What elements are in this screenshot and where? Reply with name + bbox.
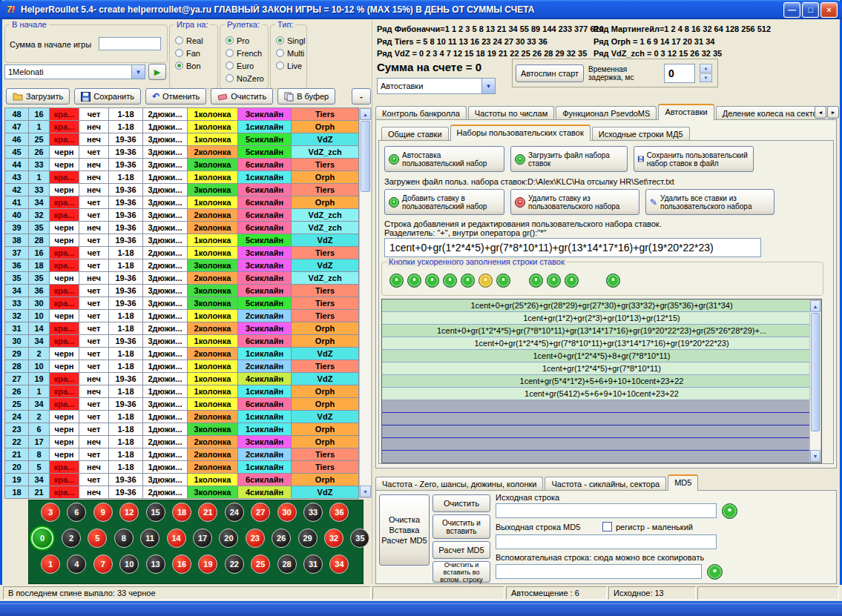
board-number-30[interactable]: 30 [277,503,297,522]
board-number-14[interactable]: 14 [167,529,186,548]
table-row[interactable]: 205кра...неч1-181дюжи...2колонка1сиклайн… [5,461,359,474]
md5-calc-button[interactable]: Расчет MD5 [432,541,490,559]
radio-option-euro[interactable]: Euro [222,59,266,72]
scroll-down-icon[interactable]: ▼ [810,450,820,462]
scroll-up-icon[interactable]: ▲ [360,108,371,120]
table-row[interactable]: 261кра...неч1-181дюжи...1колонка1сиклайн… [5,385,359,398]
scroll-up-icon[interactable]: ▲ [810,300,820,312]
window-minimize-button[interactable]: — [783,2,800,18]
board-number-1[interactable]: 1 [41,554,60,574]
table-row[interactable]: 4032кра...чет19-363дюжи...2колонка6сикла… [5,209,359,222]
table-row[interactable]: 4433черннеч19-363дюжи...3колонка6сиклайн… [5,159,359,171]
bottomtab-частота-zero-шансы-дюжины-колонки[interactable]: Частота - Zero, шансы, дюжины, колонки [375,477,543,491]
board-number-26[interactable]: 26 [272,529,291,548]
board-number-6[interactable]: 6 [67,503,86,522]
tabs-scroll-right-icon[interactable]: ► [827,106,839,119]
table-row[interactable]: 1934кра...чет19-363дюжи...1колонка6сикла… [5,474,359,486]
md5-source-input[interactable] [496,503,717,518]
bets-удалить-ставку-из-пользовательского-набора-button[interactable]: Удалить ставку из пользовательского набо… [510,189,639,215]
bet-string-row[interactable]: 1cent+0+gr(1*2*4*5)+8+gr(7*8*10*11) [382,350,821,362]
bets-добавить-ставку-в-пользовательский-набор-button[interactable]: Добавить ставку в пользовательский набор [384,189,504,215]
board-number-15[interactable]: 15 [146,503,165,522]
table-row[interactable]: 3330кра...чет19-363дюжи...3колонка5сикла… [5,297,359,310]
table-row[interactable]: 3034кра...чет19-363дюжи...1колонка6сикла… [5,335,359,348]
bet-string-row[interactable]: 1cent+gr(1*2*4*5)+gr(7*8*10*11) [382,362,821,375]
table-row[interactable]: 3114кра...чет1-182дюжи...2колонка3сиклай… [5,322,359,335]
board-number-31[interactable]: 31 [303,554,323,574]
table-row[interactable]: 3828чернчет19-363дюжи...1колонка5сиклайн… [5,234,359,247]
radio-option-bon[interactable]: Bon [171,59,216,72]
board-number-11[interactable]: 11 [140,529,159,548]
tab-контроль-банкролла[interactable]: Контроль банкролла [375,106,467,120]
spin-up-icon[interactable]: ▲ [700,64,712,73]
profile-combo[interactable]: 1Melonati ▼ [4,64,145,79]
bets-удалить-все-ставки-из-пользовательского-набора-button[interactable]: ✎Удалить все ставки из пользовательского… [645,189,774,215]
bet-string-row[interactable]: 1cent+gr(1*2)+gr(2*3)+gr(10*13)+gr(12*15… [382,312,821,325]
windows-taskbar[interactable] [0,603,842,616]
toolbar-minus-button[interactable]: - [352,88,371,105]
table-row[interactable]: 4625кра...неч19-363дюжи...1колонка5сикла… [5,133,359,146]
radio-option-french[interactable]: French [222,47,266,59]
table-row[interactable]: 3436кра...чет19-363дюжи...3колонка6сикла… [5,285,359,297]
tabs-scroll-left-icon[interactable]: ◄ [815,106,826,119]
board-number-3[interactable]: 3 [41,503,60,522]
radio-option-real[interactable]: Real [171,34,216,47]
board-number-27[interactable]: 27 [251,503,270,522]
tab-функционал-psevdoms[interactable]: Функционал PsevdoMS [556,106,657,120]
board-number-4[interactable]: 4 [67,554,86,574]
table-row[interactable]: 2217черннеч1-182дюжи...2колонка3сиклайнO… [5,436,359,448]
quick-chip-button-8[interactable] [529,274,543,288]
md5-clear-paste-calc-button[interactable]: Очистка Вставка Расчет MD5 [379,494,430,566]
delay-spinner-value[interactable]: 0 [664,64,695,83]
quick-chip-button-1[interactable] [389,274,404,288]
quick-chip-button-11[interactable] [606,274,620,288]
md5-clear-paste-aux-button[interactable]: Очистить и вставить во вспом. строку [432,561,490,583]
bottomtab-частота-сиклайны-сектора[interactable]: Частота - сиклайны, сектора [545,477,666,491]
table-row[interactable]: 3618кра...чет1-182дюжи...3колонка3сиклай… [5,259,359,272]
quick-chip-button-9[interactable] [547,274,561,288]
table-row[interactable]: 3210чернчет1-181дюжи...1колонка2сиклайнT… [5,310,359,322]
spin-down-icon[interactable]: ▼ [700,73,712,82]
subtab-исходные-строки-мд5[interactable]: Исходные строки МД5 [592,127,690,141]
toolbar-copy-button[interactable]: В буфер [277,88,335,105]
autospin-start-button[interactable]: Автоспин старт [516,64,584,82]
quick-chip-button-4[interactable] [443,274,457,288]
table-row[interactable]: 1821кра...неч19-362дюжи...3колонка4сикла… [5,486,359,499]
md5-source-chip-button[interactable] [722,503,737,519]
autobets-combo[interactable]: Автоставки ▼ [377,78,496,94]
scroll-down-icon[interactable]: ▼ [360,486,371,497]
board-number-22[interactable]: 22 [225,554,244,574]
md5-aux-input[interactable] [496,564,702,579]
board-number-23[interactable]: 23 [246,529,265,548]
bottomtab-md5[interactable]: MD5 [668,474,698,491]
radio-option-nozero[interactable]: NoZero [222,72,266,85]
radio-option-fan[interactable]: Fan [171,47,216,59]
board-number-21[interactable]: 21 [198,503,217,522]
board-number-36[interactable]: 36 [329,503,349,522]
md5-aux-chip-button[interactable] [707,564,723,580]
spins-table[interactable]: 4816кра...чет1-182дюжи...1колонка3сиклай… [4,107,359,498]
board-number-2[interactable]: 2 [62,529,81,548]
register-checkbox[interactable] [602,522,612,531]
betlist-scrollbar[interactable]: ▲ ▼ [809,299,821,463]
chevron-down-icon[interactable]: ▼ [481,79,495,93]
board-number-17[interactable]: 17 [193,529,212,548]
title-bar[interactable]: 7! HelperRoullet 5.4- create helperroull… [0,0,842,19]
board-number-13[interactable]: 13 [146,554,165,574]
tab-автоставки[interactable]: Автоставки [658,104,714,120]
bet-string-input[interactable] [384,238,761,257]
table-row[interactable]: 3935черннеч19-363дюжи...2колонка6сиклайн… [5,222,359,234]
scrollbar-thumb[interactable] [811,313,820,431]
table-scrollbar[interactable]: ▲ ▼ [359,107,372,498]
subtab-наборы-пользовательских-ставок[interactable]: Наборы пользовательских ставок [450,125,591,141]
tab-частоты-по-числам[interactable]: Частоты по числам [468,106,554,120]
board-number-8[interactable]: 8 [114,529,134,548]
radio-option-live[interactable]: Live [272,59,305,72]
quick-chip-button-10[interactable] [565,274,579,288]
toolbar-clear-button[interactable]: Очистить [211,88,273,105]
start-sum-input[interactable] [99,37,161,50]
table-row[interactable]: 2534кра...чет19-363дюжи...1колонка6сикла… [5,398,359,411]
radio-option-singl[interactable]: Singl [272,34,305,47]
table-row[interactable]: 4816кра...чет1-182дюжи...1колонка3сиклай… [5,108,359,121]
chevron-down-icon[interactable]: ▼ [131,65,145,79]
